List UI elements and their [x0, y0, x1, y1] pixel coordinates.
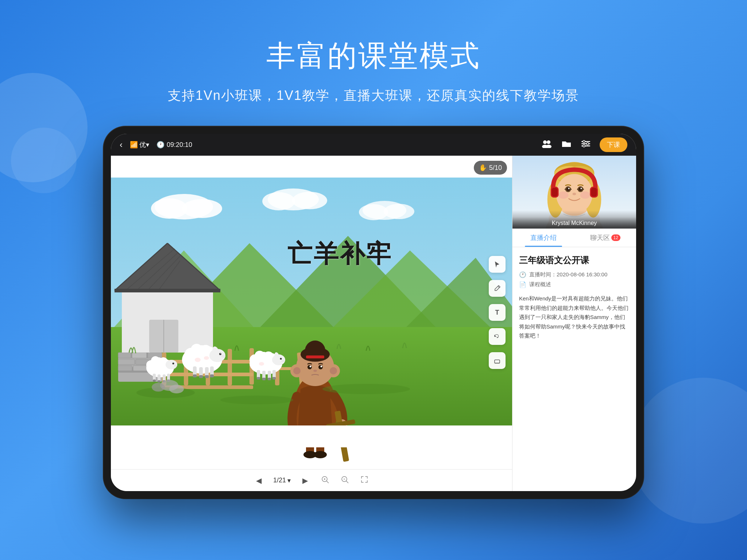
- tablet-frame: ‹ 📶 优▾ 🕐 09:20:10: [104, 127, 643, 498]
- hand-raise-badge: ✋ 5/10: [474, 161, 507, 175]
- svg-rect-83: [199, 375, 203, 378]
- pencil-tool[interactable]: [489, 280, 506, 297]
- broadcast-time-text: 直播时间：2020-08-06 16:30:00: [529, 271, 607, 278]
- undo-tool[interactable]: [489, 328, 506, 345]
- svg-point-153: [152, 383, 165, 392]
- time-text: 09:20:10: [167, 141, 192, 149]
- tab-broadcast-intro[interactable]: 直播介绍: [512, 229, 574, 247]
- wifi-label: 优▾: [139, 140, 149, 149]
- svg-point-147: [293, 367, 301, 374]
- tablet-device: ‹ 📶 优▾ 🕐 09:20:10: [104, 127, 643, 498]
- svg-point-97: [281, 360, 285, 362]
- svg-point-141: [313, 370, 317, 372]
- svg-rect-123: [158, 380, 160, 382]
- slide-page-info: 1/21 ▾: [273, 477, 291, 485]
- svg-point-0: [543, 140, 547, 144]
- svg-point-148: [330, 367, 337, 374]
- slide-area: 亡羊补牢 ✋ 5/10: [111, 156, 512, 469]
- chat-badge: 12: [611, 234, 620, 241]
- svg-point-9: [583, 145, 585, 147]
- folder-button[interactable]: [561, 139, 572, 151]
- svg-rect-38: [133, 366, 148, 371]
- cursor-tool[interactable]: [489, 256, 506, 273]
- svg-rect-54: [228, 349, 232, 385]
- clock-icon: 🕐: [156, 141, 165, 149]
- tab-chat-label: 聊天区: [590, 233, 610, 242]
- right-panel: Krystal McKinney 直播介绍 聊天区 12: [512, 156, 636, 491]
- hand-icon: ✋: [479, 164, 487, 172]
- back-button[interactable]: ‹: [120, 140, 123, 150]
- bg-circle-decoration-2: [11, 128, 77, 193]
- svg-point-7: [583, 140, 585, 143]
- course-desc-meta: 📄 课程概述: [519, 281, 630, 288]
- course-desc-label: 课程概述: [529, 281, 551, 288]
- top-bar-left: ‹ 📶 优▾ 🕐 09:20:10: [120, 140, 541, 150]
- page-dropdown-icon[interactable]: ▾: [287, 477, 291, 485]
- page-subtitle: 支持1Vn小班课，1V1教学，直播大班课，还原真实的线下教学场景: [168, 87, 579, 105]
- svg-point-179: [566, 187, 570, 191]
- svg-point-16: [262, 192, 295, 210]
- svg-point-20: [384, 204, 414, 219]
- slide-tools: T: [489, 256, 506, 369]
- svg-rect-156: [495, 360, 500, 363]
- svg-point-75: [220, 353, 221, 354]
- svg-point-14: [182, 199, 222, 218]
- slides-panel: 亡羊补牢 ✋ 5/10: [111, 156, 512, 491]
- course-title: 三年级语文公开课: [519, 254, 630, 266]
- tab-broadcast-label: 直播介绍: [530, 233, 557, 242]
- svg-point-96: [280, 358, 282, 360]
- tab-chat[interactable]: 聊天区 12: [574, 229, 636, 247]
- svg-rect-189: [591, 188, 597, 197]
- svg-point-130: [314, 451, 327, 458]
- svg-rect-42: [115, 289, 220, 292]
- svg-point-150: [220, 396, 293, 404]
- wifi-icon: 📶: [130, 141, 138, 149]
- clock-meta-icon: 🕐: [519, 271, 526, 278]
- svg-point-137: [307, 365, 312, 369]
- broadcast-time: 🕐 直播时间：2020-08-06 16:30:00: [519, 271, 630, 278]
- wifi-status: 📶 优▾: [130, 140, 149, 149]
- eraser-tool[interactable]: [489, 352, 506, 369]
- svg-point-17: [292, 192, 327, 209]
- svg-line-161: [326, 481, 329, 483]
- svg-point-154: [169, 385, 184, 393]
- svg-point-140: [321, 366, 322, 368]
- svg-point-115: [166, 360, 177, 369]
- svg-point-151: [322, 384, 410, 394]
- fullscreen-button[interactable]: [359, 474, 370, 487]
- zoom-in-button[interactable]: [320, 474, 330, 487]
- doc-meta-icon: 📄: [519, 281, 526, 288]
- prev-slide-button[interactable]: ◀: [253, 475, 264, 486]
- people-button[interactable]: [541, 139, 552, 151]
- teacher-video: Krystal McKinney: [512, 156, 636, 229]
- svg-point-117: [174, 365, 177, 367]
- text-tool[interactable]: T: [489, 304, 506, 321]
- svg-rect-104: [262, 378, 266, 380]
- svg-rect-122: [153, 380, 156, 382]
- svg-point-181: [568, 188, 570, 189]
- svg-line-164: [346, 481, 348, 483]
- page-current: 1/21: [273, 477, 286, 484]
- svg-point-107: [259, 362, 264, 366]
- svg-point-86: [195, 358, 201, 362]
- page-header: 丰富的课堂模式 支持1Vn小班课，1V1教学，直播大班课，还原真实的线下教学场景: [168, 36, 579, 105]
- end-class-button[interactable]: 下课: [600, 137, 627, 152]
- tablet-screen: ‹ 📶 优▾ 🕐 09:20:10: [111, 134, 636, 491]
- main-content: 亡羊补牢 ✋ 5/10: [111, 156, 636, 491]
- next-slide-button[interactable]: ▶: [299, 475, 311, 486]
- svg-point-139: [310, 366, 311, 368]
- svg-rect-34: [118, 359, 135, 365]
- svg-point-184: [558, 191, 569, 199]
- settings-button[interactable]: [581, 139, 591, 151]
- svg-point-180: [578, 187, 582, 191]
- zoom-out-button[interactable]: [339, 474, 350, 487]
- svg-rect-106: [272, 377, 276, 380]
- time-display: 🕐 09:20:10: [156, 141, 192, 149]
- svg-point-87: [204, 356, 209, 360]
- svg-point-8: [587, 143, 589, 145]
- svg-rect-105: [268, 378, 271, 380]
- svg-point-74: [219, 353, 221, 355]
- svg-point-116: [173, 363, 174, 365]
- svg-point-1: [547, 140, 550, 144]
- bg-circle-decoration-3: [630, 378, 747, 524]
